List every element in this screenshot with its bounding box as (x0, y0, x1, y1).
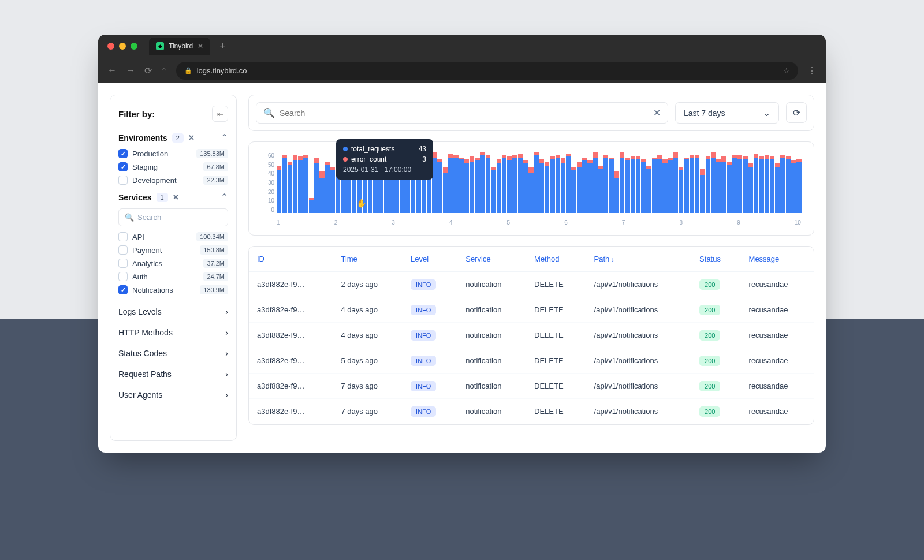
chart-bar[interactable] (614, 152, 619, 213)
chart-bar[interactable] (523, 152, 528, 213)
chart-bar[interactable] (727, 152, 732, 213)
chart-bar[interactable] (603, 152, 608, 213)
new-tab-button[interactable]: + (219, 40, 226, 53)
col-method[interactable]: Method (526, 247, 586, 272)
chart-bar[interactable] (780, 152, 785, 213)
chart-bar[interactable] (550, 152, 554, 213)
col-path[interactable]: Path↓ (586, 247, 692, 272)
chart-bar[interactable] (700, 152, 705, 213)
chart-bar[interactable] (507, 152, 512, 213)
checkbox[interactable] (118, 232, 128, 241)
filter-item-payment[interactable]: Payment150.8M (118, 245, 228, 255)
chart-bar[interactable] (796, 152, 801, 213)
chart-bar[interactable] (706, 152, 710, 213)
filter-item-staging[interactable]: Staging67.8M (118, 162, 228, 171)
chart-bar[interactable] (566, 152, 571, 213)
log-search[interactable]: 🔍 ✕ (256, 102, 668, 124)
chart-bar[interactable] (314, 152, 319, 213)
col-id[interactable]: ID (249, 247, 333, 272)
forward-icon[interactable]: → (126, 65, 135, 76)
filter-item-production[interactable]: Production135.83M (118, 149, 228, 158)
section-logs-levels[interactable]: Logs Levels› (118, 301, 228, 322)
chart-bar[interactable] (556, 152, 560, 213)
chart-bar[interactable] (502, 152, 506, 213)
browser-menu-icon[interactable]: ⋮ (807, 65, 817, 76)
filter-item-development[interactable]: Development22.3M (118, 176, 228, 185)
chart-bar[interactable] (652, 152, 657, 213)
home-icon[interactable]: ⌂ (161, 65, 167, 76)
minimize-window-button[interactable] (119, 43, 126, 50)
url-field[interactable]: 🔒 logs.tinybird.co ☆ (176, 62, 798, 80)
chart-bar[interactable] (721, 152, 726, 213)
environments-clear-icon[interactable]: ✕ (188, 133, 195, 142)
chart-bar[interactable] (631, 152, 635, 213)
chart-bar[interactable] (577, 152, 582, 213)
checkbox[interactable] (118, 285, 128, 294)
chart-bar[interactable] (716, 152, 721, 213)
col-service[interactable]: Service (457, 247, 526, 272)
chart-bar[interactable] (620, 152, 624, 213)
chart-bar[interactable] (582, 152, 587, 213)
chart-bar[interactable] (641, 152, 646, 213)
close-window-button[interactable] (107, 43, 114, 50)
section-http-methods[interactable]: HTTP Methods› (118, 322, 228, 343)
chart-bar[interactable] (673, 152, 678, 213)
chevron-up-icon[interactable]: ⌃ (221, 192, 228, 203)
chart-bar[interactable] (309, 152, 314, 213)
chart-bar[interactable] (770, 152, 774, 213)
chart-bar[interactable] (690, 152, 694, 213)
filter-item-api[interactable]: API100.34M (118, 232, 228, 241)
chart-bar[interactable] (587, 152, 592, 213)
chart-bar[interactable] (470, 152, 474, 213)
chart-bar[interactable] (497, 152, 501, 213)
col-level[interactable]: Level (403, 247, 457, 272)
chart-bar[interactable] (539, 152, 544, 213)
chart-bar[interactable] (657, 152, 662, 213)
section-user-agents[interactable]: User Agents› (118, 384, 228, 405)
filter-item-analytics[interactable]: Analytics37.2M (118, 259, 228, 268)
chart-bar[interactable] (475, 152, 479, 213)
filter-item-auth[interactable]: Auth24.7M (118, 272, 228, 281)
chart-bar[interactable] (748, 152, 753, 213)
table-row[interactable]: a3df882e-f9…5 days agoINFOnotificationDE… (249, 348, 814, 374)
chart-bar[interactable] (464, 152, 469, 213)
refresh-button[interactable]: ⟳ (786, 102, 807, 123)
chart-bar[interactable] (737, 152, 742, 213)
chart-bar[interactable] (609, 152, 613, 213)
chart-bar[interactable] (480, 152, 485, 213)
back-icon[interactable]: ← (107, 65, 117, 76)
chart-bar[interactable] (437, 152, 442, 213)
chart-bar[interactable] (325, 152, 330, 213)
checkbox[interactable] (118, 176, 128, 185)
chevron-up-icon[interactable]: ⌃ (221, 132, 228, 143)
chart-bar[interactable] (330, 152, 335, 213)
checkbox[interactable] (118, 245, 128, 255)
chart-bar[interactable] (662, 152, 667, 213)
chart-bar[interactable] (759, 152, 763, 213)
chart-bar[interactable] (288, 152, 292, 213)
chart-bar[interactable] (459, 152, 464, 213)
chart-bar[interactable] (636, 152, 640, 213)
chart-bar[interactable] (293, 152, 297, 213)
maximize-window-button[interactable] (131, 43, 137, 50)
checkbox[interactable] (118, 272, 128, 281)
browser-tab[interactable]: ◆ Tinybird ✕ (149, 38, 210, 55)
col-time[interactable]: Time (333, 247, 403, 272)
chart-bar[interactable] (679, 152, 683, 213)
chart-bar[interactable] (754, 152, 758, 213)
chart-bar[interactable] (319, 152, 324, 213)
chart-bar[interactable] (668, 152, 673, 213)
table-row[interactable]: a3df882e-f9…7 days agoINFOnotificationDE… (249, 374, 814, 399)
chart-bar[interactable] (512, 152, 517, 213)
bookmark-icon[interactable]: ☆ (783, 66, 790, 75)
table-row[interactable]: a3df882e-f9…7 days agoINFOnotificationDE… (249, 399, 814, 424)
col-message[interactable]: Message (741, 247, 814, 272)
chart-bar[interactable] (791, 152, 796, 213)
chart-bar[interactable] (545, 152, 549, 213)
chart-bar[interactable] (298, 152, 303, 213)
checkbox[interactable] (118, 259, 128, 268)
collapse-sidebar-button[interactable]: ⇤ (212, 106, 228, 122)
date-range-select[interactable]: Last 7 days ⌄ (675, 102, 779, 124)
chart-bar[interactable] (491, 152, 495, 213)
chart-bar[interactable] (775, 152, 780, 213)
